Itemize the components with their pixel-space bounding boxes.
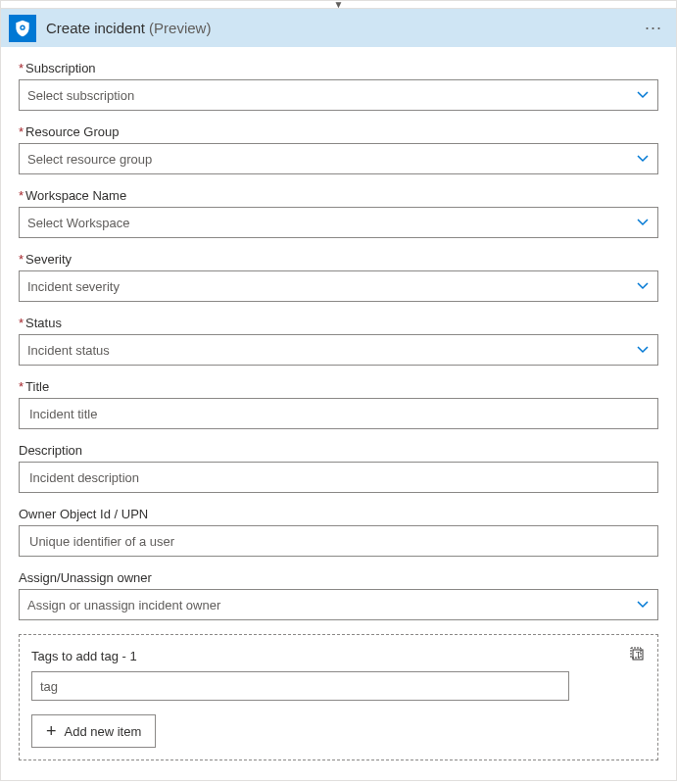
svg-text:T: T xyxy=(636,651,641,660)
resource-group-label: *Resource Group xyxy=(19,124,658,139)
owner-id-input-wrapper[interactable] xyxy=(19,525,658,557)
resource-group-placeholder: Select resource group xyxy=(27,152,636,167)
chevron-down-icon xyxy=(636,279,650,293)
assign-owner-row: Assign/Unassign owner Assign or unassign… xyxy=(19,570,658,620)
tag-input[interactable] xyxy=(31,671,569,701)
workspace-label: *Workspace Name xyxy=(19,188,658,203)
header-bar: Create incident (Preview) ··· xyxy=(1,8,676,47)
workspace-select[interactable]: Select Workspace xyxy=(19,207,658,238)
assign-owner-placeholder: Assign or unassign incident owner xyxy=(27,598,636,612)
more-menu-button[interactable]: ··· xyxy=(639,18,668,38)
workspace-placeholder: Select Workspace xyxy=(27,216,636,230)
chevron-down-icon xyxy=(636,343,650,357)
owner-id-label: Owner Object Id / UPN xyxy=(19,507,658,521)
subscription-select[interactable]: Select subscription xyxy=(19,79,658,111)
subscription-label: *Subscription xyxy=(19,61,658,75)
add-new-item-button[interactable]: + Add new item xyxy=(31,714,156,748)
shield-app-icon xyxy=(9,15,36,42)
subscription-placeholder: Select subscription xyxy=(27,88,636,103)
token-picker-icon[interactable]: T xyxy=(630,647,646,665)
status-label: *Status xyxy=(19,316,658,330)
create-incident-card: Create incident (Preview) ··· *Subscript… xyxy=(0,8,677,781)
description-label: Description xyxy=(19,443,658,458)
add-new-item-label: Add new item xyxy=(65,724,142,739)
resource-group-row: *Resource Group Select resource group xyxy=(19,124,658,174)
owner-id-input[interactable] xyxy=(27,533,650,550)
title-input-wrapper[interactable] xyxy=(19,398,658,429)
chevron-down-icon xyxy=(636,152,650,166)
assign-owner-select[interactable]: Assign or unassign incident owner xyxy=(19,589,658,620)
assign-owner-label: Assign/Unassign owner xyxy=(19,570,658,585)
status-placeholder: Incident status xyxy=(27,343,636,358)
title-label: *Title xyxy=(19,379,658,394)
status-row: *Status Incident status xyxy=(19,316,658,366)
owner-id-row: Owner Object Id / UPN xyxy=(19,507,658,557)
chevron-down-icon xyxy=(636,598,650,612)
status-select[interactable]: Incident status xyxy=(19,334,658,366)
header-title: Create incident (Preview) xyxy=(46,20,639,36)
description-input-wrapper[interactable] xyxy=(19,462,658,493)
resource-group-select[interactable]: Select resource group xyxy=(19,143,658,174)
severity-row: *Severity Incident severity xyxy=(19,252,658,302)
tags-header: Tags to add tag - 1 T xyxy=(31,647,646,665)
description-input[interactable] xyxy=(27,469,650,486)
severity-select[interactable]: Incident severity xyxy=(19,270,658,302)
chevron-down-icon xyxy=(636,88,650,102)
tags-section-label: Tags to add tag - 1 xyxy=(31,649,630,663)
chevron-down-icon xyxy=(636,216,650,229)
subscription-row: *Subscription Select subscription xyxy=(19,61,658,111)
severity-label: *Severity xyxy=(19,252,658,267)
collapse-arrow-top[interactable]: ▼ xyxy=(0,0,677,8)
form-body: *Subscription Select subscription *Resou… xyxy=(1,47,676,780)
description-row: Description xyxy=(19,443,658,493)
svg-point-1 xyxy=(22,26,24,28)
title-row: *Title xyxy=(19,379,658,429)
workspace-row: *Workspace Name Select Workspace xyxy=(19,188,658,238)
header-preview-suffix: (Preview) xyxy=(149,20,211,36)
plus-icon: + xyxy=(46,722,57,740)
header-title-text: Create incident xyxy=(46,20,145,36)
tags-section: Tags to add tag - 1 T + Add new item xyxy=(19,634,658,760)
title-input[interactable] xyxy=(27,406,650,422)
severity-placeholder: Incident severity xyxy=(27,279,636,294)
